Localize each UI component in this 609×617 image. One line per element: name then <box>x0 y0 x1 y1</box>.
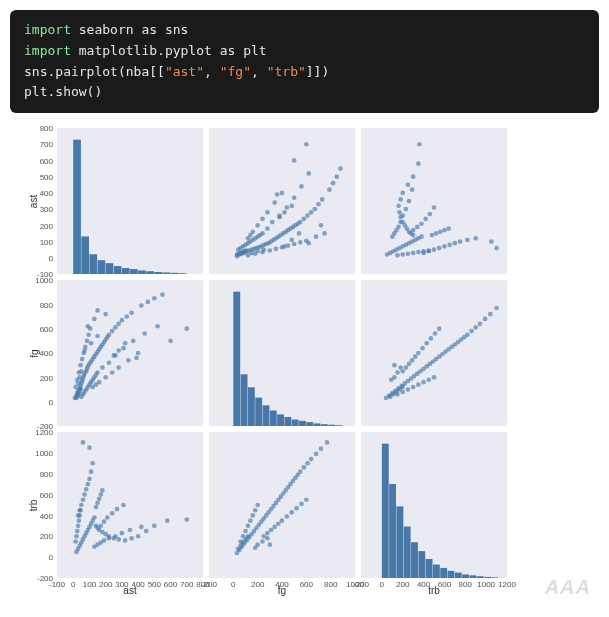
svg-point-133 <box>411 175 416 180</box>
svg-point-164 <box>442 228 447 233</box>
panel-fg-vs-ast: -20002004006008001000 <box>56 279 204 427</box>
svg-rect-273 <box>255 398 262 426</box>
svg-rect-270 <box>233 292 240 426</box>
svg-rect-483 <box>440 568 447 578</box>
panel-ast-vs-ast: -1000100200300400500600700800 <box>56 127 204 275</box>
svg-point-470 <box>267 542 272 547</box>
svg-point-69 <box>253 252 258 257</box>
svg-point-205 <box>120 318 125 323</box>
svg-point-465 <box>285 514 290 519</box>
svg-point-70 <box>260 250 265 255</box>
svg-point-257 <box>97 380 102 385</box>
svg-point-313 <box>473 325 478 330</box>
svg-rect-482 <box>433 565 440 578</box>
svg-point-439 <box>298 469 303 474</box>
svg-point-408 <box>107 536 112 541</box>
svg-point-244 <box>86 333 91 338</box>
svg-point-344 <box>389 378 394 383</box>
svg-point-173 <box>407 199 412 204</box>
svg-rect-10 <box>154 272 162 274</box>
svg-point-52 <box>292 158 297 163</box>
svg-point-316 <box>488 312 493 317</box>
svg-rect-484 <box>448 571 455 578</box>
svg-point-345 <box>395 370 400 375</box>
svg-point-157 <box>419 222 424 227</box>
svg-point-460 <box>265 531 270 536</box>
svg-point-203 <box>113 325 118 330</box>
svg-point-268 <box>89 341 94 346</box>
svg-point-444 <box>319 447 324 452</box>
svg-point-212 <box>160 292 165 297</box>
svg-point-139 <box>437 246 442 251</box>
svg-point-97 <box>255 223 260 228</box>
panel-ast-vs-fg <box>208 127 356 275</box>
svg-rect-8 <box>138 271 146 275</box>
svg-point-463 <box>276 522 281 527</box>
svg-point-240 <box>80 357 85 362</box>
svg-point-385 <box>87 445 92 450</box>
svg-point-267 <box>82 348 87 353</box>
svg-point-238 <box>142 331 147 336</box>
svg-point-160 <box>432 205 437 210</box>
svg-point-334 <box>410 358 415 363</box>
svg-rect-11 <box>162 273 170 275</box>
svg-point-236 <box>121 346 126 351</box>
svg-point-213 <box>168 339 173 344</box>
svg-point-75 <box>285 205 290 210</box>
svg-point-389 <box>76 524 81 529</box>
svg-point-407 <box>102 538 107 543</box>
svg-point-259 <box>110 370 115 375</box>
svg-rect-487 <box>469 576 476 579</box>
svg-point-339 <box>429 336 434 341</box>
svg-point-394 <box>102 520 107 525</box>
svg-point-108 <box>297 231 302 236</box>
svg-point-151 <box>411 251 416 256</box>
svg-point-390 <box>77 518 82 523</box>
svg-point-103 <box>306 241 311 246</box>
svg-rect-5 <box>114 266 122 274</box>
svg-rect-488 <box>477 576 484 578</box>
svg-point-341 <box>437 327 442 332</box>
svg-point-398 <box>121 503 126 508</box>
svg-rect-12 <box>171 273 179 274</box>
svg-point-134 <box>416 162 421 167</box>
svg-point-64 <box>260 231 265 236</box>
svg-point-130 <box>398 197 403 202</box>
svg-point-412 <box>139 525 144 530</box>
svg-point-140 <box>442 244 447 249</box>
svg-point-442 <box>309 457 314 462</box>
svg-point-86 <box>282 210 287 215</box>
svg-point-87 <box>289 204 294 209</box>
svg-point-323 <box>421 380 426 385</box>
svg-point-401 <box>97 497 102 502</box>
svg-point-333 <box>407 362 412 367</box>
svg-point-73 <box>270 220 275 225</box>
svg-point-393 <box>98 524 103 529</box>
svg-point-83 <box>298 240 303 245</box>
svg-point-441 <box>305 461 310 466</box>
svg-point-388 <box>75 529 80 534</box>
svg-point-71 <box>267 248 272 253</box>
svg-rect-283 <box>328 425 335 426</box>
svg-point-146 <box>494 246 499 251</box>
svg-point-99 <box>265 210 270 215</box>
svg-point-461 <box>269 528 274 533</box>
svg-point-369 <box>136 534 141 539</box>
svg-point-473 <box>260 539 265 544</box>
svg-point-142 <box>453 241 458 246</box>
svg-rect-489 <box>484 577 491 578</box>
svg-point-263 <box>95 308 100 313</box>
svg-point-325 <box>432 375 437 380</box>
svg-point-202 <box>110 329 115 334</box>
svg-point-246 <box>111 353 116 358</box>
svg-point-138 <box>432 248 437 253</box>
svg-point-451 <box>250 513 255 518</box>
svg-rect-276 <box>277 415 284 427</box>
svg-point-452 <box>253 508 258 513</box>
svg-point-395 <box>105 515 110 520</box>
svg-point-337 <box>420 346 425 351</box>
svg-point-131 <box>400 191 405 196</box>
svg-point-262 <box>136 351 141 356</box>
svg-point-467 <box>294 506 299 511</box>
code-block: import seaborn as sns import matplotlib.… <box>10 10 599 113</box>
